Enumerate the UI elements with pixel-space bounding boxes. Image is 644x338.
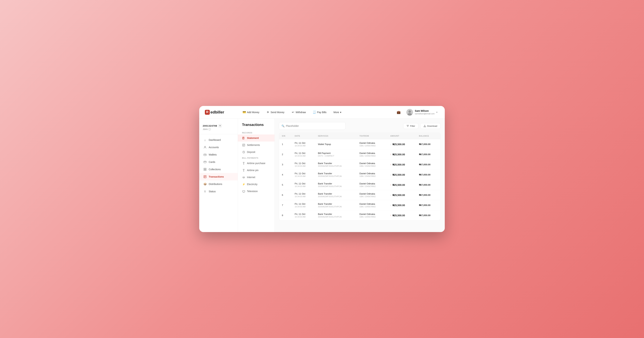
cell-sn: 6 bbox=[279, 190, 292, 200]
table-row[interactable]: 6 Fri, 11 Oct 10:34:03 AM Bank Transfer … bbox=[279, 190, 440, 200]
sub-nav-statement[interactable]: Statement bbox=[238, 135, 274, 142]
search-icon: 🔍 bbox=[282, 125, 284, 127]
cell-sn: 8 bbox=[279, 210, 292, 220]
wallet-icon-button[interactable]: 💼 bbox=[396, 109, 402, 115]
copy-icon[interactable]: ⧉ bbox=[218, 124, 222, 127]
cell-balance: ₦67,650.00 bbox=[416, 149, 440, 160]
dashboard-icon: ⌂ bbox=[204, 138, 206, 142]
sidebar-item-wallets[interactable]: Wallets bbox=[199, 151, 238, 158]
sidebar-item-dashboard[interactable]: ⌂ Dashboard bbox=[199, 136, 238, 144]
svg-point-3 bbox=[204, 146, 206, 147]
download-button[interactable]: Download bbox=[420, 123, 440, 129]
table-row[interactable]: 5 Fri, 11 Oct 10:34:03 AM Bank Transfer … bbox=[279, 180, 440, 190]
svg-rect-4 bbox=[204, 154, 206, 156]
cell-service: Wallet Topup bbox=[315, 139, 357, 149]
svg-rect-6 bbox=[204, 161, 206, 163]
sidebar-item-status[interactable]: ℹ Status bbox=[199, 188, 238, 195]
sidebar-item-label: Collections bbox=[209, 168, 221, 171]
user-name: Sam Wilson bbox=[415, 109, 434, 112]
filter-label: Filter bbox=[410, 125, 415, 127]
user-info: Sam Wilson samwilson@email.com bbox=[415, 109, 434, 115]
send-money-button[interactable]: ✈ Send Money bbox=[264, 109, 287, 115]
jban-info-icon[interactable]: i bbox=[208, 128, 211, 131]
sidebar-item-distributions[interactable]: 📦 Distributions bbox=[199, 180, 238, 188]
cell-tofrom: Daniel Odinaka UBA / 2345678902 bbox=[357, 180, 388, 190]
search-box[interactable]: 🔍 bbox=[279, 122, 346, 130]
filter-button[interactable]: Filter bbox=[403, 123, 418, 129]
amount-down-icon: ↓ bbox=[390, 194, 392, 196]
cell-amount: ↑ ₦25,500.00 bbox=[388, 180, 416, 190]
sub-nav-label: Electricity bbox=[247, 183, 258, 186]
sub-nav-television[interactable]: Television bbox=[238, 188, 274, 195]
table-row[interactable]: 4 Fri, 11 Oct 10:34:03 AM Bank Transfer … bbox=[279, 170, 440, 180]
sub-nav-label: Television bbox=[247, 190, 258, 193]
main-body: 2001324798 ⧉ JBAN i ⌂ Dashboard bbox=[199, 119, 445, 232]
sidebar-item-label: Dashboard bbox=[209, 139, 221, 141]
accounts-icon bbox=[204, 146, 206, 149]
pay-bills-button[interactable]: 🧾 Pay Bills bbox=[310, 109, 329, 115]
withdraw-button[interactable]: ↩ Withdraw bbox=[288, 109, 308, 115]
sidebar-item-label: Status bbox=[209, 190, 216, 193]
col-tofrom: TO/FROM bbox=[357, 133, 388, 139]
sidebar-item-accounts[interactable]: Accounts bbox=[199, 144, 238, 151]
nav-right: 💼 Sam Wilson samwilson@email.com ▾ bbox=[396, 108, 439, 117]
user-email: samwilson@email.com bbox=[415, 112, 434, 115]
cell-date: Fri, 11 Oct 10:34:03 AM bbox=[292, 190, 315, 200]
sidebar-item-transactions[interactable]: Transactions bbox=[199, 173, 238, 180]
sub-nav-internet[interactable]: Internet bbox=[238, 174, 274, 181]
user-menu[interactable]: Sam Wilson samwilson@email.com ▾ bbox=[404, 108, 439, 117]
sub-nav-airtime-purchase[interactable]: Airtime purchase bbox=[238, 160, 274, 167]
cell-amount: ↑ ₦25,500.00 bbox=[388, 210, 416, 220]
sidebar: 2001324798 ⧉ JBAN i ⌂ Dashboard bbox=[199, 119, 238, 232]
svg-rect-8 bbox=[205, 168, 206, 169]
col-amount: AMOUNT bbox=[388, 133, 416, 139]
cards-icon bbox=[204, 161, 206, 164]
table-row[interactable]: 3 Fri, 11 Oct 10:34:03 AM Bank Transfer … bbox=[279, 160, 440, 170]
table-row[interactable]: 7 Fri, 11 Oct 10:34:03 AM Bank Transfer … bbox=[279, 200, 440, 210]
cell-balance: ₦67,650.00 bbox=[416, 200, 440, 210]
sidebar-item-collections[interactable]: Collections bbox=[199, 166, 238, 173]
withdraw-label: Withdraw bbox=[296, 111, 306, 114]
sub-sidebar: Transactions Records Statement bbox=[238, 119, 275, 232]
cell-amount: ↑ ₦25,500.00 bbox=[388, 160, 416, 170]
cell-date: Fri, 11 Oct 10:34:03 AM bbox=[292, 210, 315, 220]
search-input[interactable] bbox=[286, 125, 343, 127]
amount-up-icon: ↑ bbox=[390, 163, 392, 166]
amount-down-icon: ↓ bbox=[390, 173, 392, 176]
add-money-button[interactable]: 💳 Add Money bbox=[240, 109, 262, 115]
table-row[interactable]: 2 Fri, 11 Oct 10:34:03 AM Bill Payment D… bbox=[279, 149, 440, 160]
cell-date: Fri, 11 Oct 10:34:03 AM bbox=[292, 139, 315, 149]
svg-rect-7 bbox=[204, 168, 205, 169]
toolbar-right: Filter Download bbox=[403, 123, 440, 129]
sub-nav-electricity[interactable]: ⚡ Electricity bbox=[238, 181, 274, 188]
account-number: 2001324798 bbox=[203, 125, 217, 127]
user-menu-chevron-icon: ▾ bbox=[436, 111, 438, 114]
cell-balance: ₦67,650.00 bbox=[416, 170, 440, 180]
table-area: 🔍 Filter bbox=[275, 119, 445, 232]
avatar bbox=[406, 109, 413, 116]
sidebar-item-cards[interactable]: Cards bbox=[199, 158, 238, 166]
more-chevron-icon: ▾ bbox=[340, 111, 341, 114]
sub-nav-airtime-pin[interactable]: Airtime pin bbox=[238, 167, 274, 174]
cell-sn: 5 bbox=[279, 180, 292, 190]
filter-icon bbox=[406, 125, 409, 127]
table-row[interactable]: 8 Fri, 11 Oct 10:34:03 AM Bank Transfer … bbox=[279, 210, 440, 220]
sub-nav-deposit[interactable]: Deposit bbox=[238, 149, 274, 156]
cell-amount: ↓ ₦25,500.00 bbox=[388, 200, 416, 210]
sub-nav-label: Airtime pin bbox=[247, 169, 258, 172]
app-window: R edbiller 💳 Add Money ✈ Send Money ↩ Wi… bbox=[199, 106, 445, 232]
sub-sidebar-title: Transactions bbox=[238, 123, 274, 130]
send-money-icon: ✈ bbox=[266, 111, 270, 114]
sidebar-item-label: Transactions bbox=[209, 175, 224, 178]
svg-point-5 bbox=[206, 155, 206, 155]
jban-label: JBAN i bbox=[203, 128, 234, 131]
cell-sn: 7 bbox=[279, 200, 292, 210]
sub-nav-settlements[interactable]: Settlements bbox=[238, 142, 274, 149]
sidebar-item-label: Wallets bbox=[209, 153, 216, 156]
svg-rect-9 bbox=[204, 169, 205, 170]
col-balance: BALANCE bbox=[416, 133, 440, 139]
table-row[interactable]: 1 Fri, 11 Oct 10:34:03 AM Wallet Topup D… bbox=[279, 139, 440, 149]
cell-date: Fri, 11 Oct 10:34:03 AM bbox=[292, 200, 315, 210]
col-date: DATE bbox=[292, 133, 315, 139]
more-button[interactable]: More ▾ bbox=[330, 109, 344, 115]
